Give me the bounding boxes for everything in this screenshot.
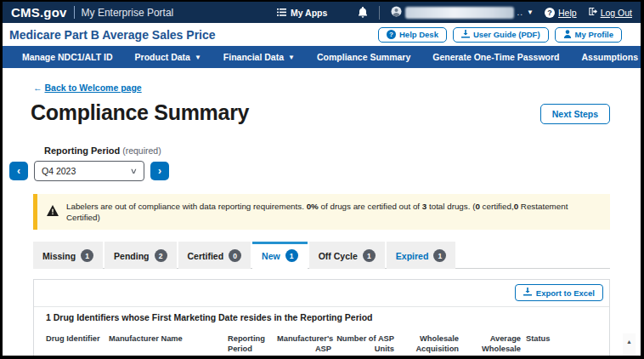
reporting-period-label: Reporting Period (required)	[44, 145, 610, 156]
download-icon	[523, 288, 532, 298]
tab-count-badge: 1	[363, 249, 376, 262]
logout-link[interactable]: Log Out	[588, 7, 632, 18]
next-steps-button[interactable]: Next Steps	[540, 104, 610, 124]
portal-name: My Enterprise Portal	[82, 7, 174, 19]
app-title: Medicare Part B Average Sales Price	[9, 28, 216, 42]
user-name-ellipsis: ..	[517, 8, 524, 17]
nav-item-assumptions[interactable]: Assumptions	[570, 46, 644, 68]
grid-header-row: Drug Identifier Manufacturer Name Report…	[34, 324, 609, 359]
chevron-down-icon: ▼	[195, 54, 201, 61]
grid-vertical-scrollbar[interactable]: ▲	[623, 333, 636, 359]
page-title: Compliance Summary	[31, 100, 249, 125]
help-desk-icon: ?	[387, 30, 396, 39]
compliance-alert: Labelers are out of compliance with data…	[33, 194, 610, 230]
tab-new[interactable]: New1	[252, 242, 308, 269]
status-tabs: Missing1 Pending2 Certified0 New1 Off Cy…	[33, 242, 610, 269]
tab-count-badge: 1	[285, 249, 298, 262]
user-menu[interactable]: .. ▼	[391, 5, 534, 20]
column-header-wholesale-acquisition-cost[interactable]: Wholesale Acquisition Cost	[399, 328, 464, 359]
top-divider	[379, 6, 380, 20]
tab-count-badge: 2	[155, 249, 167, 262]
tab-count-badge: 0	[229, 249, 241, 262]
back-to-welcome-link[interactable]: ←Back to Welcome page	[33, 83, 142, 93]
download-icon	[461, 30, 470, 40]
person-icon	[563, 30, 572, 40]
apps-grid-icon	[277, 8, 286, 18]
chevron-down-icon: ▼	[288, 54, 295, 61]
tab-count-badge: 1	[433, 249, 446, 262]
tab-pending[interactable]: Pending2	[105, 242, 176, 269]
tab-count-badge: 1	[81, 249, 93, 262]
column-header-manufacturers-asp[interactable]: Manufacturer's ASP	[277, 328, 336, 359]
logout-icon	[588, 7, 597, 18]
reporting-period-select[interactable]: Q4 2023 ∨	[34, 161, 144, 181]
my-profile-button[interactable]: My Profile	[555, 27, 622, 43]
my-apps-label: My Apps	[291, 8, 327, 18]
back-arrow-icon: ←	[33, 83, 42, 93]
column-header-reporting-period[interactable]: Reporting Period	[228, 328, 277, 359]
column-header-average-wholesale-price[interactable]: Average Wholesale Price	[464, 328, 526, 359]
help-desk-button[interactable]: ? Help Desk	[378, 27, 447, 43]
tab-certified[interactable]: Certified0	[178, 242, 251, 269]
help-label: Help	[558, 8, 577, 18]
help-icon: ?	[545, 8, 555, 18]
export-to-excel-button[interactable]: Export to Excel	[515, 284, 603, 301]
user-guide-button[interactable]: User Guide (PDF)	[453, 27, 549, 43]
next-period-button[interactable]: ›	[150, 162, 169, 180]
previous-period-button[interactable]: ‹	[9, 162, 28, 180]
warning-triangle-icon	[47, 204, 59, 219]
top-bar: CMS.gov My Enterprise Portal My Apps .. …	[3, 2, 641, 23]
nav-item-compliance-summary[interactable]: Compliance Summary	[306, 46, 421, 68]
user-caret-icon: ▼	[527, 9, 534, 16]
column-header-number-of-asp-units[interactable]: Number of ASP Units	[336, 328, 399, 359]
grid-caption: 1 Drug Identifiers whose First Marketing…	[34, 307, 609, 324]
user-avatar-icon	[391, 5, 402, 20]
notifications-bell-icon[interactable]	[358, 7, 368, 18]
nav-item-manage-ndc1-alt-id[interactable]: Manage NDC1/ALT ID	[11, 46, 124, 68]
column-header-manufacturer-name[interactable]: Manufacturer Name	[109, 328, 228, 359]
tab-missing[interactable]: Missing1	[33, 242, 103, 269]
scroll-up-arrow-icon: ▲	[626, 339, 632, 359]
my-apps-button[interactable]: My Apps	[277, 8, 327, 18]
alert-message: Labelers are out of compliance with data…	[66, 201, 601, 223]
help-link[interactable]: ? Help	[545, 8, 577, 18]
reporting-period-section: Reporting Period (required) ‹ Q4 2023 ∨ …	[33, 145, 610, 181]
user-name-redacted	[405, 7, 514, 19]
screen: CMS.gov My Enterprise Portal My Apps .. …	[0, 0, 644, 359]
tab-off-cycle[interactable]: Off Cycle1	[309, 242, 385, 269]
column-header-status[interactable]: Status	[526, 328, 601, 359]
brand-divider	[74, 6, 75, 19]
nav-item-generate-otp[interactable]: Generate One-Time Password	[421, 46, 570, 68]
tab-expired[interactable]: Expired1	[387, 242, 456, 269]
drug-grid-card: Export to Excel 1 Drug Identifiers whose…	[33, 279, 610, 359]
select-chevron-icon: ∨	[130, 167, 138, 175]
column-header-drug-identifier[interactable]: Drug Identifier	[46, 328, 109, 359]
app-bar: Medicare Part B Average Sales Price ? He…	[3, 23, 641, 46]
page-content: ←Back to Welcome page Compliance Summary…	[3, 68, 641, 359]
main-nav: Manage NDC1/ALT ID Product Data▼ Financi…	[3, 46, 641, 68]
nav-item-financial-data[interactable]: Financial Data▼	[212, 46, 306, 68]
logout-label: Log Out	[601, 8, 632, 18]
nav-item-product-data[interactable]: Product Data▼	[124, 46, 212, 68]
cms-logo[interactable]: CMS.gov	[11, 5, 67, 20]
